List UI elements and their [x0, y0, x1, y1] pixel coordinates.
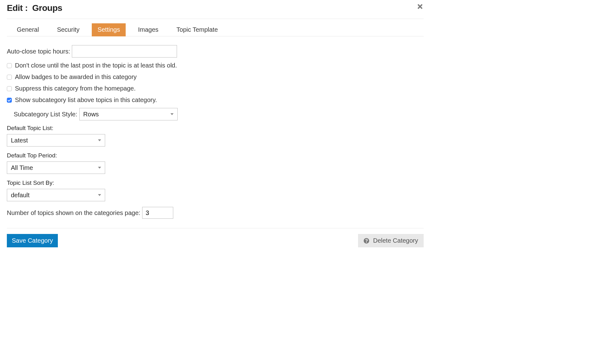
delete-button-label: Delete Category — [373, 237, 418, 244]
auto-close-row: Auto-close topic hours: — [7, 45, 424, 58]
title-subject: Groups — [32, 3, 63, 13]
tab-topic-template[interactable]: Topic Template — [171, 23, 223, 36]
modal-footer: Save Category Delete Category — [7, 228, 424, 247]
page-title: Edit : Groups — [7, 3, 62, 13]
default-topic-list-select[interactable]: Latest — [7, 134, 105, 147]
chevron-down-icon — [98, 167, 101, 169]
tab-images[interactable]: Images — [133, 23, 164, 36]
num-topics-row: Number of topics shown on the categories… — [7, 207, 424, 219]
default-top-period-select[interactable]: All Time — [7, 161, 105, 174]
suppress-label: Suppress this category from the homepage… — [15, 85, 136, 92]
subcat-style-select[interactable]: Rows — [79, 108, 178, 120]
auto-close-label: Auto-close topic hours: — [7, 48, 70, 55]
suppress-row[interactable]: Suppress this category from the homepage… — [7, 85, 424, 92]
tab-bar: General Security Settings Images Topic T… — [7, 19, 424, 36]
title-prefix: Edit : — [7, 3, 30, 13]
tab-general[interactable]: General — [11, 23, 44, 36]
dont-close-label: Don't close until the last post in the t… — [15, 62, 177, 69]
default-topic-list-label: Default Topic List: — [7, 125, 54, 132]
edit-category-modal: Edit : Groups General Security Settings … — [0, 0, 431, 253]
settings-panel: Auto-close topic hours: Don't close unti… — [7, 36, 424, 228]
dont-close-row[interactable]: Don't close until the last post in the t… — [7, 62, 424, 69]
default-top-period-label: Default Top Period: — [7, 152, 57, 159]
allow-badges-checkbox[interactable] — [7, 75, 12, 80]
subcat-style-row: Subcategory List Style: Rows — [14, 108, 424, 120]
tab-settings[interactable]: Settings — [92, 23, 125, 36]
default-topic-list-value: Latest — [11, 137, 28, 144]
subcat-style-value: Rows — [83, 111, 99, 118]
num-topics-label: Number of topics shown on the categories… — [7, 209, 140, 217]
tab-security[interactable]: Security — [51, 23, 85, 36]
close-icon[interactable] — [417, 3, 424, 10]
show-subcat-checkbox[interactable] — [7, 98, 12, 103]
allow-badges-label: Allow badges to be awarded in this categ… — [15, 73, 137, 81]
default-top-period-value: All Time — [11, 164, 33, 171]
sort-by-row: Topic List Sort By: default — [7, 180, 424, 201]
modal-header: Edit : Groups — [7, 0, 424, 19]
subcat-style-label: Subcategory List Style: — [14, 111, 77, 118]
dont-close-checkbox[interactable] — [7, 63, 12, 68]
save-button[interactable]: Save Category — [7, 234, 58, 247]
delete-button[interactable]: Delete Category — [358, 234, 424, 247]
show-subcat-row[interactable]: Show subcategory list above topics in th… — [7, 96, 424, 104]
chevron-down-icon — [98, 139, 101, 141]
show-subcat-label: Show subcategory list above topics in th… — [15, 96, 157, 104]
sort-by-label: Topic List Sort By: — [7, 180, 54, 186]
suppress-checkbox[interactable] — [7, 86, 12, 91]
default-top-period-row: Default Top Period: All Time — [7, 152, 424, 174]
default-topic-list-row: Default Topic List: Latest — [7, 125, 424, 147]
question-circle-icon — [364, 238, 369, 244]
sort-by-select[interactable]: default — [7, 189, 105, 201]
auto-close-input[interactable] — [72, 45, 177, 58]
chevron-down-icon — [98, 194, 101, 196]
chevron-down-icon — [170, 113, 174, 115]
allow-badges-row[interactable]: Allow badges to be awarded in this categ… — [7, 73, 424, 81]
sort-by-value: default — [11, 192, 30, 199]
num-topics-input[interactable] — [142, 207, 173, 219]
